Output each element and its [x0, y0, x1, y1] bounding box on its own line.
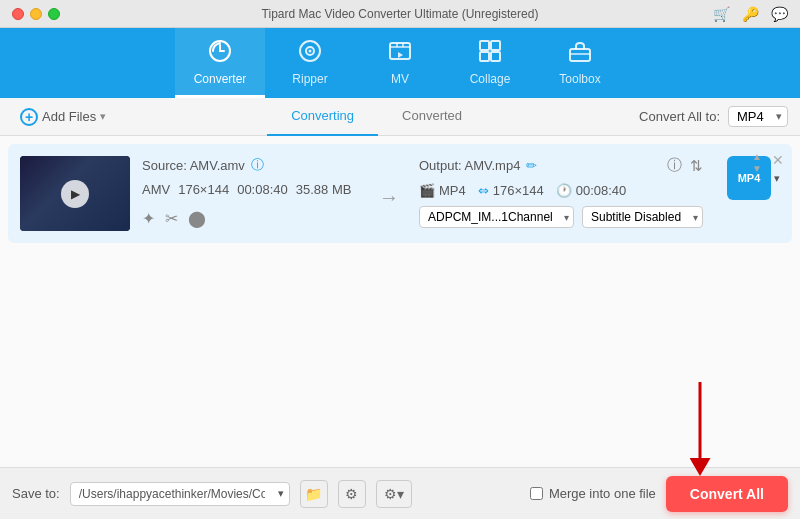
title-bar-icons: 🛒 🔑 💬	[713, 6, 788, 22]
nav-bar: Converter Ripper MV	[0, 28, 800, 98]
svg-rect-9	[570, 49, 590, 61]
nav-ripper[interactable]: Ripper	[265, 28, 355, 98]
scissors-icon[interactable]: ✂	[165, 209, 178, 228]
toolbox-icon	[567, 38, 593, 68]
add-files-chevron-icon: ▾	[100, 110, 106, 123]
settings-button-1[interactable]: ⚙	[338, 480, 366, 508]
output-section: Output: AMV.mp4 ✏ ⓘ ⇅ 🎬 MP4 ⇔ 176×144	[419, 156, 703, 228]
file-meta: AMV 176×144 00:08:40 35.88 MB	[142, 182, 359, 197]
merge-checkbox-area: Merge into one file	[530, 486, 656, 501]
file-resolution: 176×144	[178, 182, 229, 197]
maximize-button[interactable]	[48, 8, 60, 20]
converter-icon	[207, 38, 233, 68]
tab-converting[interactable]: Converting	[267, 98, 378, 136]
output-info-icon[interactable]: ⓘ	[667, 156, 682, 175]
subtitle-select[interactable]: Subtitle Disabled	[582, 206, 703, 228]
file-actions: ✦ ✂ ⬤	[142, 209, 359, 228]
output-format-item: 🎬 MP4	[419, 183, 466, 198]
output-duration-item: 🕐 00:08:40	[556, 183, 627, 198]
collage-icon	[477, 38, 503, 68]
convert-all-to-label: Convert All to:	[639, 109, 720, 124]
file-row-close-icon[interactable]: ✕	[772, 152, 784, 168]
file-thumbnail[interactable]: ▶	[20, 156, 130, 231]
gear-icon: ⚙	[345, 486, 358, 502]
sparkle-icon[interactable]: ✦	[142, 209, 155, 228]
save-path-input[interactable]	[70, 482, 290, 506]
ripper-icon	[297, 38, 323, 68]
svg-rect-5	[480, 41, 489, 50]
sort-up-icon[interactable]: ▲	[752, 152, 762, 162]
merge-label[interactable]: Merge into one file	[549, 486, 656, 501]
window-title: Tipard Mac Video Converter Ultimate (Unr…	[262, 7, 539, 21]
palette-icon[interactable]: ⬤	[188, 209, 206, 228]
converter-label: Converter	[194, 72, 247, 86]
format-badge-chevron[interactable]: ▾	[774, 172, 780, 185]
source-line: Source: AMV.amv ⓘ	[142, 156, 359, 174]
cart-icon[interactable]: 🛒	[713, 6, 730, 22]
merge-checkbox[interactable]	[530, 487, 543, 500]
file-row-sort-arrows: ▲ ▼	[752, 152, 762, 174]
settings-button-2[interactable]: ⚙▾	[376, 480, 412, 508]
source-info-icon[interactable]: ⓘ	[251, 156, 264, 174]
arrow-right-icon: →	[379, 186, 399, 209]
bottom-area: Save to: ▾ 📁 ⚙ ⚙▾ Merge into one file Co…	[0, 467, 800, 519]
add-files-button[interactable]: + Add Files ▾	[12, 104, 114, 130]
svg-rect-7	[480, 52, 489, 61]
edit-output-icon[interactable]: ✏	[526, 158, 537, 173]
browse-folder-button[interactable]: 📁	[300, 480, 328, 508]
format-icon: 🎬	[419, 183, 435, 198]
output-top-icons: ⓘ ⇅	[667, 156, 703, 175]
file-format: AMV	[142, 182, 170, 197]
format-select[interactable]: MP4 MOV AVI MKV	[728, 106, 788, 127]
file-duration: 00:08:40	[237, 182, 288, 197]
sort-down-icon[interactable]: ▼	[752, 164, 762, 174]
toolbar-right: Convert All to: MP4 MOV AVI MKV	[639, 106, 788, 127]
output-swap-icon[interactable]: ⇅	[690, 157, 703, 175]
save-to-label: Save to:	[12, 486, 60, 501]
title-bar: Tipard Mac Video Converter Ultimate (Unr…	[0, 0, 800, 28]
ripper-label: Ripper	[292, 72, 327, 86]
subtitle-select-wrapper[interactable]: Subtitle Disabled	[582, 206, 703, 228]
nav-collage[interactable]: Collage	[445, 28, 535, 98]
toolbar: + Add Files ▾ Converting Converted Conve…	[0, 98, 800, 136]
clock-icon: 🕐	[556, 183, 572, 198]
traffic-lights	[12, 8, 60, 20]
mv-icon	[387, 38, 413, 68]
svg-rect-8	[491, 52, 500, 61]
nav-mv[interactable]: MV	[355, 28, 445, 98]
tab-converted[interactable]: Converted	[378, 98, 486, 136]
output-label: Output: AMV.mp4	[419, 158, 520, 173]
play-button[interactable]: ▶	[61, 180, 89, 208]
collage-label: Collage	[470, 72, 511, 86]
audio-select-wrapper[interactable]: ADPCM_IM...1Channel	[419, 206, 574, 228]
source-label: Source: AMV.amv	[142, 158, 245, 173]
file-info: Source: AMV.amv ⓘ AMV 176×144 00:08:40 3…	[142, 156, 359, 228]
nav-converter[interactable]: Converter	[175, 28, 265, 98]
red-arrow-annotation	[680, 377, 720, 477]
output-duration: 00:08:40	[576, 183, 627, 198]
toolbox-label: Toolbox	[559, 72, 600, 86]
plus-circle-icon: +	[20, 108, 38, 126]
convert-all-button[interactable]: Convert All	[666, 476, 788, 512]
file-size: 35.88 MB	[296, 182, 352, 197]
format-select-wrapper[interactable]: MP4 MOV AVI MKV	[728, 106, 788, 127]
output-format: MP4	[439, 183, 466, 198]
folder-icon: 📁	[305, 486, 322, 502]
mv-label: MV	[391, 72, 409, 86]
output-selects: ADPCM_IM...1Channel Subtitle Disabled	[419, 206, 703, 228]
nav-toolbox[interactable]: Toolbox	[535, 28, 625, 98]
gear2-icon: ⚙▾	[384, 486, 404, 502]
audio-select[interactable]: ADPCM_IM...1Channel	[419, 206, 574, 228]
key-icon[interactable]: 🔑	[742, 6, 759, 22]
output-resolution-item: ⇔ 176×144	[478, 183, 544, 198]
output-top: Output: AMV.mp4 ✏ ⓘ ⇅	[419, 156, 703, 175]
close-button[interactable]	[12, 8, 24, 20]
chat-icon[interactable]: 💬	[771, 6, 788, 22]
minimize-button[interactable]	[30, 8, 42, 20]
toolbar-tabs: Converting Converted	[114, 98, 639, 136]
file-row: ▶ Source: AMV.amv ⓘ AMV 176×144 00:08:40…	[8, 144, 792, 243]
add-files-label: Add Files	[42, 109, 96, 124]
output-details: 🎬 MP4 ⇔ 176×144 🕐 00:08:40	[419, 183, 703, 198]
format-badge: MP4	[727, 156, 771, 200]
output-name-line: Output: AMV.mp4 ✏	[419, 158, 537, 173]
